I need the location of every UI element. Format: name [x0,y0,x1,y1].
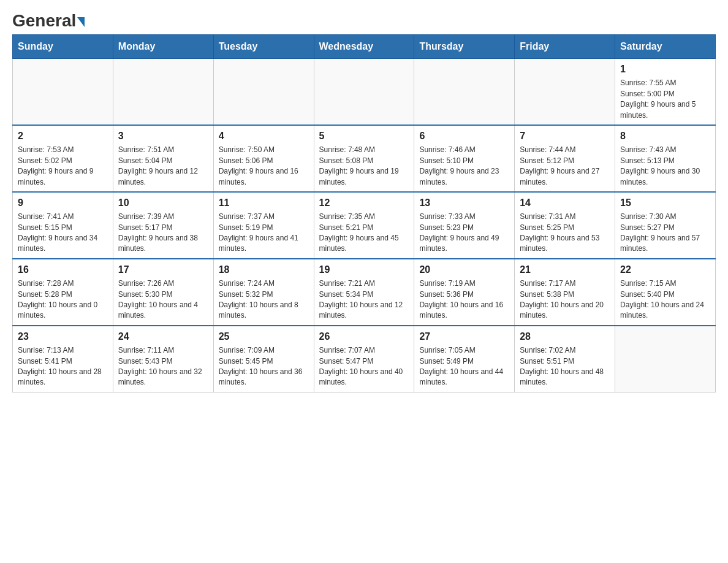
day-number: 12 [319,196,409,210]
day-info: Sunrise: 7:53 AM Sunset: 5:02 PM Dayligh… [18,145,108,188]
day-info: Sunrise: 7:28 AM Sunset: 5:28 PM Dayligh… [18,278,108,321]
day-info: Sunrise: 7:26 AM Sunset: 5:30 PM Dayligh… [118,278,208,321]
day-number: 6 [419,129,509,143]
day-number: 8 [620,129,710,143]
weekday-header-sunday: Sunday [13,35,113,59]
weekday-header-friday: Friday [515,35,615,59]
week-row-4: 23Sunrise: 7:13 AM Sunset: 5:41 PM Dayli… [13,326,716,392]
calendar-cell: 4Sunrise: 7:50 AM Sunset: 5:06 PM Daylig… [213,125,314,192]
day-info: Sunrise: 7:02 AM Sunset: 5:51 PM Dayligh… [520,345,610,388]
logo-line1: General [12,12,85,29]
day-number: 18 [219,263,309,277]
day-info: Sunrise: 7:05 AM Sunset: 5:49 PM Dayligh… [419,345,509,388]
calendar-cell: 12Sunrise: 7:35 AM Sunset: 5:21 PM Dayli… [314,192,414,259]
day-number: 14 [520,196,610,210]
day-number: 20 [419,263,509,277]
day-info: Sunrise: 7:24 AM Sunset: 5:32 PM Dayligh… [219,278,309,321]
calendar-cell: 18Sunrise: 7:24 AM Sunset: 5:32 PM Dayli… [213,259,314,326]
day-info: Sunrise: 7:39 AM Sunset: 5:17 PM Dayligh… [118,212,208,255]
calendar-cell: 7Sunrise: 7:44 AM Sunset: 5:12 PM Daylig… [515,125,615,192]
calendar-cell: 5Sunrise: 7:48 AM Sunset: 5:08 PM Daylig… [314,125,414,192]
calendar-cell [314,59,414,125]
calendar-cell: 22Sunrise: 7:15 AM Sunset: 5:40 PM Dayli… [615,259,716,326]
day-info: Sunrise: 7:50 AM Sunset: 5:06 PM Dayligh… [219,145,309,188]
week-row-3: 16Sunrise: 7:28 AM Sunset: 5:28 PM Dayli… [13,259,716,326]
calendar-cell: 26Sunrise: 7:07 AM Sunset: 5:47 PM Dayli… [314,326,414,392]
calendar-cell: 19Sunrise: 7:21 AM Sunset: 5:34 PM Dayli… [314,259,414,326]
day-number: 28 [520,330,610,343]
day-info: Sunrise: 7:31 AM Sunset: 5:25 PM Dayligh… [520,212,610,255]
day-number: 26 [319,330,409,343]
page-header: General [12,12,716,28]
day-number: 21 [520,263,610,277]
day-number: 13 [419,196,509,210]
calendar-cell: 3Sunrise: 7:51 AM Sunset: 5:04 PM Daylig… [113,125,213,192]
day-number: 22 [620,263,710,277]
day-number: 27 [419,330,509,343]
calendar-cell: 14Sunrise: 7:31 AM Sunset: 5:25 PM Dayli… [515,192,615,259]
day-number: 2 [18,129,108,143]
day-number: 7 [520,129,610,143]
day-info: Sunrise: 7:51 AM Sunset: 5:04 PM Dayligh… [118,145,208,188]
day-number: 4 [219,129,309,143]
day-info: Sunrise: 7:48 AM Sunset: 5:08 PM Dayligh… [319,145,409,188]
calendar-cell: 25Sunrise: 7:09 AM Sunset: 5:45 PM Dayli… [213,326,314,392]
day-info: Sunrise: 7:55 AM Sunset: 5:00 PM Dayligh… [620,78,710,121]
calendar-cell: 23Sunrise: 7:13 AM Sunset: 5:41 PM Dayli… [13,326,113,392]
day-info: Sunrise: 7:44 AM Sunset: 5:12 PM Dayligh… [520,145,610,188]
day-info: Sunrise: 7:15 AM Sunset: 5:40 PM Dayligh… [620,278,710,321]
calendar-cell: 27Sunrise: 7:05 AM Sunset: 5:49 PM Dayli… [414,326,515,392]
day-number: 24 [118,330,208,343]
calendar-cell: 13Sunrise: 7:33 AM Sunset: 5:23 PM Dayli… [414,192,515,259]
day-info: Sunrise: 7:21 AM Sunset: 5:34 PM Dayligh… [319,278,409,321]
calendar-cell: 11Sunrise: 7:37 AM Sunset: 5:19 PM Dayli… [213,192,314,259]
day-number: 15 [620,196,710,210]
day-number: 5 [319,129,409,143]
calendar-cell: 2Sunrise: 7:53 AM Sunset: 5:02 PM Daylig… [13,125,113,192]
calendar-cell [13,59,113,125]
day-number: 9 [18,196,108,210]
logo-triangle-icon [77,17,85,27]
day-info: Sunrise: 7:35 AM Sunset: 5:21 PM Dayligh… [319,212,409,255]
day-number: 3 [118,129,208,143]
day-info: Sunrise: 7:09 AM Sunset: 5:45 PM Dayligh… [219,345,309,388]
day-number: 10 [118,196,208,210]
weekday-header-monday: Monday [113,35,213,59]
calendar-cell: 28Sunrise: 7:02 AM Sunset: 5:51 PM Dayli… [515,326,615,392]
calendar-table: SundayMondayTuesdayWednesdayThursdayFrid… [12,34,716,393]
calendar-cell: 15Sunrise: 7:30 AM Sunset: 5:27 PM Dayli… [615,192,716,259]
calendar-cell: 17Sunrise: 7:26 AM Sunset: 5:30 PM Dayli… [113,259,213,326]
day-info: Sunrise: 7:19 AM Sunset: 5:36 PM Dayligh… [419,278,509,321]
day-number: 23 [18,330,108,343]
day-info: Sunrise: 7:11 AM Sunset: 5:43 PM Dayligh… [118,345,208,388]
weekday-header-tuesday: Tuesday [213,35,314,59]
calendar-cell: 6Sunrise: 7:46 AM Sunset: 5:10 PM Daylig… [414,125,515,192]
week-row-1: 2Sunrise: 7:53 AM Sunset: 5:02 PM Daylig… [13,125,716,192]
calendar-cell: 16Sunrise: 7:28 AM Sunset: 5:28 PM Dayli… [13,259,113,326]
day-info: Sunrise: 7:30 AM Sunset: 5:27 PM Dayligh… [620,212,710,255]
week-row-0: 1Sunrise: 7:55 AM Sunset: 5:00 PM Daylig… [13,59,716,125]
day-info: Sunrise: 7:37 AM Sunset: 5:19 PM Dayligh… [219,212,309,255]
day-number: 16 [18,263,108,277]
calendar-cell: 9Sunrise: 7:41 AM Sunset: 5:15 PM Daylig… [13,192,113,259]
day-info: Sunrise: 7:46 AM Sunset: 5:10 PM Dayligh… [419,145,509,188]
day-info: Sunrise: 7:43 AM Sunset: 5:13 PM Dayligh… [620,145,710,188]
day-info: Sunrise: 7:33 AM Sunset: 5:23 PM Dayligh… [419,212,509,255]
calendar-cell [515,59,615,125]
day-info: Sunrise: 7:17 AM Sunset: 5:38 PM Dayligh… [520,278,610,321]
day-info: Sunrise: 7:41 AM Sunset: 5:15 PM Dayligh… [18,212,108,255]
calendar-cell [113,59,213,125]
weekday-header-row: SundayMondayTuesdayWednesdayThursdayFrid… [13,35,716,59]
calendar-cell: 10Sunrise: 7:39 AM Sunset: 5:17 PM Dayli… [113,192,213,259]
calendar-cell [213,59,314,125]
weekday-header-saturday: Saturday [615,35,716,59]
day-number: 1 [620,63,710,76]
calendar-cell: 20Sunrise: 7:19 AM Sunset: 5:36 PM Dayli… [414,259,515,326]
week-row-2: 9Sunrise: 7:41 AM Sunset: 5:15 PM Daylig… [13,192,716,259]
calendar-cell: 1Sunrise: 7:55 AM Sunset: 5:00 PM Daylig… [615,59,716,125]
weekday-header-thursday: Thursday [414,35,515,59]
day-info: Sunrise: 7:13 AM Sunset: 5:41 PM Dayligh… [18,345,108,388]
logo: General [12,12,85,28]
day-number: 17 [118,263,208,277]
calendar-cell [414,59,515,125]
